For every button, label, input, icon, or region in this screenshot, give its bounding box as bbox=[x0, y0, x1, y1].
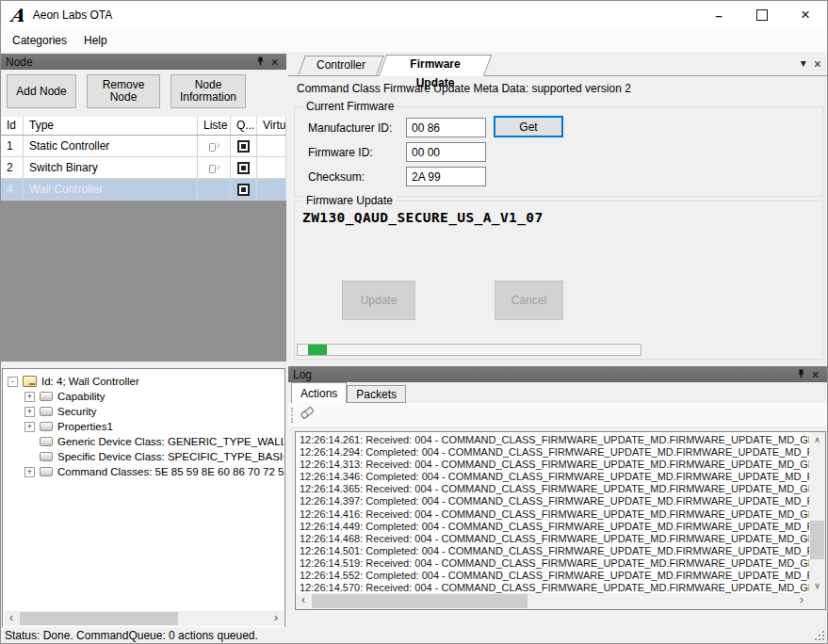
scrollbar-thumb[interactable] bbox=[312, 594, 528, 608]
scrollbar-thumb[interactable] bbox=[810, 521, 824, 559]
listening-icon bbox=[198, 157, 231, 178]
tree-item-capability[interactable]: + Capability bbox=[4, 389, 284, 404]
table-row-selected[interactable]: 4 Wall Controller bbox=[1, 179, 286, 201]
cancel-button[interactable]: Cancel bbox=[495, 281, 563, 320]
folder-icon bbox=[40, 407, 53, 416]
firmware-id-field[interactable]: 00 00 bbox=[406, 142, 486, 162]
checksum-field[interactable]: 2A 99 bbox=[406, 167, 486, 186]
tab-firmware-update[interactable]: Firmware Update bbox=[382, 55, 488, 76]
log-entry: 12:26:14.501: Completed: 004 - COMMAND_C… bbox=[300, 545, 809, 557]
tree-item-security[interactable]: + Security bbox=[4, 404, 284, 419]
scroll-right-icon[interactable] bbox=[794, 593, 809, 608]
col-header-virtual[interactable]: Virtu bbox=[257, 117, 286, 135]
menu-help[interactable]: Help bbox=[75, 31, 116, 50]
get-button[interactable]: Get bbox=[494, 116, 563, 137]
minimize-button[interactable] bbox=[697, 1, 740, 29]
tree-item-label: Id: 4; Wall Controller bbox=[41, 376, 139, 387]
firmware-id-label: Firmware ID: bbox=[308, 146, 373, 159]
tab-packets[interactable]: Packets bbox=[347, 385, 406, 403]
collapse-icon[interactable]: - bbox=[8, 377, 18, 387]
log-panel-title: Log bbox=[293, 368, 794, 381]
tab-actions[interactable]: Actions bbox=[291, 382, 347, 403]
cell-listening-empty bbox=[198, 179, 231, 200]
close-button[interactable] bbox=[784, 1, 827, 29]
app-logo-icon: A bbox=[9, 7, 25, 24]
close-panel-icon[interactable] bbox=[808, 366, 822, 382]
status-text: Status: Done. CommandQueue: 0 actions qu… bbox=[5, 629, 258, 642]
queue-checkbox[interactable] bbox=[231, 179, 257, 200]
scrollbar-corner bbox=[809, 593, 825, 609]
scroll-up-icon[interactable] bbox=[809, 432, 825, 447]
scrollbar-thumb[interactable] bbox=[20, 612, 178, 625]
log-entry: 12:26:14.570: Received: 004 - COMMAND_CL… bbox=[300, 582, 809, 593]
maximize-button[interactable] bbox=[740, 1, 784, 29]
log-entry: 12:26:14.397: Completed: 004 - COMMAND_C… bbox=[300, 495, 809, 507]
cell-type: Switch Binary bbox=[24, 157, 198, 178]
node-information-button[interactable]: Node Information bbox=[170, 74, 246, 108]
expand-icon[interactable]: + bbox=[24, 407, 35, 417]
col-header-id[interactable]: Id bbox=[1, 117, 24, 135]
col-header-listening[interactable]: Liste bbox=[198, 117, 231, 135]
scroll-left-icon[interactable] bbox=[4, 611, 19, 626]
tree-item-generic-class[interactable]: Generic Device Class: GENERIC_TYPE_WALL_… bbox=[4, 434, 284, 449]
add-node-button[interactable]: Add Node bbox=[7, 74, 76, 108]
tree-item-root[interactable]: - Id: 4; Wall Controller bbox=[4, 374, 284, 389]
folder-icon bbox=[40, 467, 53, 476]
clear-log-icon[interactable] bbox=[300, 406, 316, 424]
table-row[interactable]: 1 Static Controller bbox=[1, 136, 286, 157]
toolbar-grip bbox=[291, 408, 294, 423]
queue-checkbox[interactable] bbox=[231, 157, 257, 178]
tree-horizontal-scrollbar[interactable] bbox=[4, 611, 284, 626]
cell-id: 1 bbox=[1, 136, 24, 156]
tree-item-label: Security bbox=[57, 406, 97, 417]
expand-icon[interactable]: + bbox=[24, 392, 35, 402]
log-horizontal-scrollbar[interactable] bbox=[296, 593, 809, 609]
close-panel-icon[interactable] bbox=[268, 54, 282, 70]
queue-checkbox[interactable] bbox=[231, 136, 257, 156]
folder-icon bbox=[40, 437, 53, 446]
log-entry: 12:26:14.552: Completed: 004 - COMMAND_C… bbox=[300, 570, 809, 582]
pin-icon[interactable] bbox=[794, 366, 808, 382]
expand-icon[interactable]: + bbox=[24, 422, 35, 432]
tree-item-specific-class[interactable]: Specific Device Class: SPECIFIC_TYPE_BAS… bbox=[4, 449, 284, 464]
manufacturer-id-field[interactable]: 00 86 bbox=[406, 118, 486, 137]
log-entry: 12:26:14.365: Received: 004 - COMMAND_CL… bbox=[300, 483, 809, 495]
scroll-right-icon[interactable] bbox=[268, 611, 284, 626]
folder-icon bbox=[40, 392, 53, 401]
pin-icon[interactable] bbox=[253, 54, 268, 70]
remove-node-button[interactable]: Remove Node bbox=[87, 74, 160, 108]
chevron-down-icon[interactable] bbox=[801, 56, 806, 72]
app-window: A Aeon Labs OTA Categories Help Node Add… bbox=[0, 0, 828, 644]
col-header-type[interactable]: Type bbox=[24, 117, 198, 135]
log-vertical-scrollbar[interactable] bbox=[809, 432, 825, 593]
menu-categories[interactable]: Categories bbox=[4, 31, 75, 50]
scroll-down-icon[interactable] bbox=[809, 578, 825, 593]
progress-chunk bbox=[308, 345, 327, 355]
cell-id: 4 bbox=[1, 179, 24, 200]
tree-item-command-classes[interactable]: + Command Classes: 5E 85 59 8E 60 86 70 … bbox=[4, 464, 284, 479]
folder-icon bbox=[40, 422, 53, 431]
log-list[interactable]: 12:26:14.261: Received: 004 - COMMAND_CL… bbox=[295, 431, 826, 610]
cell-type: Static Controller bbox=[24, 136, 198, 156]
firmware-tab-content: Command Class Firmware Update Meta Data:… bbox=[288, 76, 827, 366]
scroll-left-icon[interactable] bbox=[296, 593, 311, 608]
table-row[interactable]: 2 Switch Binary bbox=[1, 157, 286, 179]
close-tab-icon[interactable] bbox=[814, 56, 821, 72]
tree-item-label: Command Classes: 5E 85 59 8E 60 86 70 72… bbox=[57, 466, 284, 477]
log-entry: 12:26:14.416: Received: 004 - COMMAND_CL… bbox=[300, 508, 809, 521]
checksum-label: Checksum: bbox=[308, 170, 365, 184]
log-toolbar bbox=[288, 403, 827, 427]
node-panel-titlebar: Node bbox=[1, 54, 286, 70]
manufacturer-id-label: Manufacturer ID: bbox=[308, 121, 392, 135]
update-button[interactable]: Update bbox=[342, 281, 415, 320]
log-entry: 12:26:14.294: Completed: 004 - COMMAND_C… bbox=[300, 446, 809, 459]
status-bar: Status: Done. CommandQueue: 0 actions qu… bbox=[1, 627, 827, 643]
tree-item-properties[interactable]: + Properties1 bbox=[4, 419, 284, 434]
col-header-queue[interactable]: Q... bbox=[231, 117, 257, 135]
tab-controller[interactable]: Controller bbox=[301, 56, 381, 75]
tree-item-label: Specific Device Class: SPECIFIC_TYPE_BAS… bbox=[57, 451, 284, 462]
expand-icon[interactable]: + bbox=[24, 467, 35, 477]
groupbox-title: Firmware Update bbox=[302, 194, 397, 207]
resize-grip-icon[interactable] bbox=[815, 631, 824, 640]
log-entry: 12:26:14.519: Received: 004 - COMMAND_CL… bbox=[300, 557, 809, 570]
